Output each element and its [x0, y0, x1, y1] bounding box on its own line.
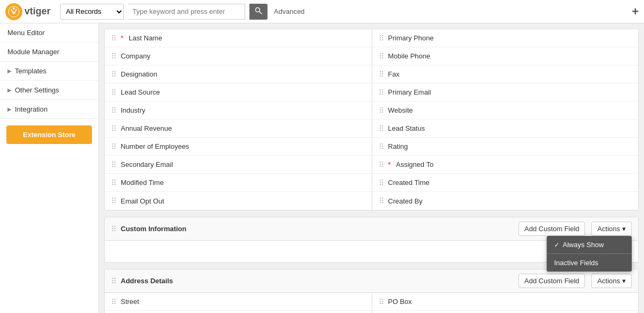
- drag-icon[interactable]: ⠿: [111, 142, 116, 151]
- drag-icon[interactable]: ⠿: [111, 160, 116, 169]
- drag-icon[interactable]: ⠿: [379, 179, 384, 187]
- field-label: Modified Time: [121, 179, 164, 187]
- field-label: Email Opt Out: [121, 197, 164, 205]
- sidebar-item-menu-editor[interactable]: Menu Editor: [0, 23, 98, 43]
- actions-button[interactable]: Actions ▾: [591, 222, 632, 236]
- address-details-header: ⠿ Address Details Add Custom Field Actio…: [105, 269, 638, 293]
- arrow-icon: ▶: [7, 106, 12, 112]
- fields-right-col: ⠿ Primary Phone ⠿ Mobile Phone ⠿ Fax ⠿ P…: [372, 29, 639, 210]
- drag-icon[interactable]: ⠿: [111, 106, 116, 115]
- table-row: ⠿ Lead Status: [372, 120, 639, 138]
- address-fields-right: ⠿ PO Box ⠿ City: [372, 293, 639, 313]
- actions-dropdown-menu: ✓ Always Show Inactive Fields: [547, 236, 632, 272]
- field-label: Annual Revenue: [121, 124, 172, 132]
- content-area: ⠿ * Last Name ⠿ Company ⠿ Designation ⠿: [99, 23, 644, 313]
- table-row: ⠿ Company: [105, 47, 372, 65]
- table-row: ⠿ Industry: [105, 101, 372, 120]
- field-label: Lead Status: [388, 124, 425, 132]
- drag-icon[interactable]: ⠿: [379, 197, 384, 205]
- address-fields-left: ⠿ Street ⠿ Postal Code: [105, 293, 372, 313]
- field-label: Street: [121, 298, 139, 306]
- field-label: Created By: [388, 197, 423, 205]
- drag-icon[interactable]: ⠿: [111, 298, 116, 306]
- svg-point-2: [256, 8, 260, 12]
- table-row: ⠿ Secondary Email: [105, 156, 372, 174]
- actions-dropdown-container: Actions ▾ ✓ Always Show Inactive Fields: [591, 222, 632, 236]
- table-row: ⠿ City: [372, 311, 639, 313]
- table-row: ⠿ Postal Code: [105, 311, 372, 313]
- table-row: ⠿ PO Box: [372, 293, 639, 311]
- drag-icon[interactable]: ⠿: [379, 88, 384, 97]
- checkmark-icon: ✓: [554, 241, 559, 249]
- field-label: Last Name: [129, 34, 162, 42]
- always-show-item[interactable]: ✓ Always Show: [547, 236, 632, 253]
- field-label: Designation: [121, 70, 157, 78]
- section-drag-icon[interactable]: ⠿: [111, 277, 116, 285]
- address-actions-button[interactable]: Actions ▾: [591, 274, 632, 288]
- drag-icon[interactable]: ⠿: [111, 34, 116, 43]
- table-row: ⠿ Fax: [372, 65, 639, 83]
- table-row: ⠿ Lead Source: [105, 83, 372, 101]
- sidebar-item-other-settings[interactable]: ▶ Other Settings: [0, 81, 98, 100]
- sidebar-item-other-settings-label: Other Settings: [15, 86, 59, 94]
- drag-icon[interactable]: ⠿: [111, 124, 116, 133]
- field-label: Website: [388, 106, 413, 114]
- add-custom-field-button-address[interactable]: Add Custom Field: [518, 274, 585, 288]
- advanced-link[interactable]: Advanced: [274, 7, 305, 15]
- table-row: ⠿ Annual Revenue: [105, 120, 372, 138]
- arrow-icon: ▶: [7, 68, 12, 74]
- sidebar-item-templates[interactable]: ▶ Templates: [0, 62, 98, 81]
- table-row: ⠿ Street: [105, 293, 372, 311]
- drag-icon[interactable]: ⠿: [379, 52, 384, 61]
- inactive-fields-label: Inactive Fields: [554, 259, 598, 267]
- sidebar-item-module-manager[interactable]: Module Manager: [0, 43, 98, 62]
- field-label: Industry: [121, 106, 145, 114]
- drag-icon[interactable]: ⠿: [379, 34, 384, 43]
- table-row: ⠿ Designation: [105, 65, 372, 83]
- sidebar-item-integration-label: Integration: [15, 105, 47, 113]
- search-input[interactable]: [128, 4, 245, 20]
- add-button[interactable]: +: [632, 5, 639, 19]
- table-row: ⠿ * Last Name: [105, 29, 372, 47]
- drag-icon[interactable]: ⠿: [111, 197, 116, 205]
- always-show-label: Always Show: [563, 241, 604, 249]
- drag-icon[interactable]: ⠿: [379, 124, 384, 133]
- sidebar: Menu Editor Module Manager ▶ Templates ▶…: [0, 23, 99, 313]
- extension-store-button[interactable]: Extension Store: [6, 125, 92, 144]
- field-label: Primary Email: [388, 88, 431, 96]
- field-label: Assigned To: [396, 160, 434, 168]
- drag-icon[interactable]: ⠿: [379, 160, 384, 169]
- main-fields-grid: ⠿ * Last Name ⠿ Company ⠿ Designation ⠿: [105, 29, 638, 210]
- chevron-down-icon: ▾: [622, 277, 626, 285]
- drag-icon[interactable]: ⠿: [379, 70, 384, 79]
- drag-icon[interactable]: ⠿: [111, 179, 116, 187]
- add-custom-field-button[interactable]: Add Custom Field: [518, 222, 585, 236]
- address-details-title: Address Details: [121, 277, 514, 285]
- drag-icon[interactable]: ⠿: [379, 142, 384, 151]
- table-row: ⠿ Modified Time: [105, 174, 372, 192]
- records-select[interactable]: All Records: [60, 4, 124, 20]
- sidebar-item-integration[interactable]: ▶ Integration: [0, 100, 98, 119]
- table-row: ⠿ Primary Email: [372, 83, 639, 101]
- sidebar-item-templates-label: Templates: [15, 67, 46, 75]
- drag-icon[interactable]: ⠿: [111, 52, 116, 61]
- svg-line-3: [260, 12, 262, 14]
- field-label: Lead Source: [121, 88, 160, 96]
- drag-icon[interactable]: ⠿: [111, 88, 116, 97]
- section-drag-icon[interactable]: ⠿: [111, 225, 116, 233]
- address-actions-label: Actions: [597, 277, 620, 285]
- search-button[interactable]: [249, 4, 267, 20]
- drag-icon[interactable]: ⠿: [379, 298, 384, 306]
- field-label: Fax: [388, 70, 400, 78]
- drag-icon[interactable]: ⠿: [379, 106, 384, 115]
- field-label: Secondary Email: [121, 160, 173, 168]
- table-row: ⠿ Primary Phone: [372, 29, 639, 47]
- inactive-fields-item[interactable]: Inactive Fields: [547, 254, 632, 272]
- field-label: Mobile Phone: [388, 52, 431, 60]
- actions-label: Actions: [597, 225, 620, 233]
- address-details-section: ⠿ Address Details Add Custom Field Actio…: [104, 269, 639, 313]
- drag-icon[interactable]: ⠿: [111, 70, 116, 79]
- field-label: Number of Employees: [121, 142, 189, 150]
- address-actions-dropdown-container: Actions ▾: [591, 274, 632, 288]
- field-label: Primary Phone: [388, 34, 434, 42]
